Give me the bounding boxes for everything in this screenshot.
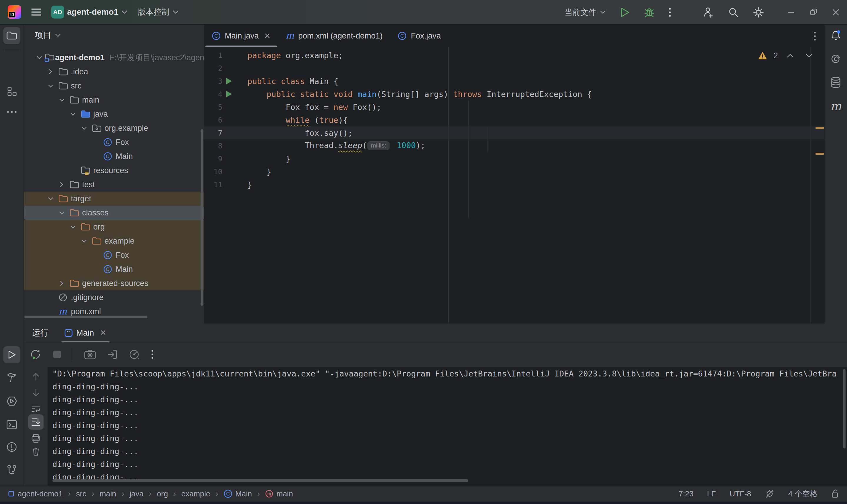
stop-button[interactable] [53,350,62,359]
services-toolwindow-button[interactable] [3,393,20,410]
tree-item-Main[interactable]: CMain [24,149,204,163]
down-stack-trace-button[interactable] [28,385,44,400]
line-number[interactable]: 10 [204,167,222,176]
run-tab-main[interactable]: Main ✕ [62,324,109,342]
tree-item-generated-sources[interactable]: generated-sources [24,276,204,290]
breadcrumb-item-src[interactable]: src [76,489,86,499]
breadcrumb-item-example[interactable]: example [181,489,210,499]
tree-item-Fox[interactable]: CFox [24,135,204,149]
chevron-down-icon[interactable] [47,192,58,206]
chevron-down-icon[interactable] [58,206,70,220]
chevron-down-icon[interactable] [80,234,92,248]
run-configuration-selector[interactable]: 当前文件 [557,0,613,24]
encoding-widget[interactable]: UTF-8 [730,489,751,499]
tree-vertical-scrollbar[interactable] [201,129,203,306]
breadcrumb-item-agent-demo1[interactable]: agent-demo1 [8,489,63,499]
line-ending-widget[interactable]: LF [707,489,716,499]
more-actions-button[interactable] [662,0,678,24]
chevron-down-icon[interactable] [36,51,45,65]
main-menu-button[interactable] [31,0,41,24]
editor-tab-Fox.java[interactable]: CFox.java [390,25,448,47]
indent-widget[interactable]: 4 个空格 [788,489,817,499]
run-toolwindow-button[interactable] [3,346,20,363]
up-stack-trace-button[interactable] [28,369,44,384]
ai-assistant-button[interactable] [827,51,845,68]
warning-stripe-mark[interactable] [815,127,824,129]
build-toolwindow-button[interactable] [3,369,20,386]
chevron-down-icon[interactable] [69,107,81,121]
notifications-button[interactable] [827,27,845,44]
project-panel-header[interactable]: 项目 [24,25,204,46]
line-number[interactable]: 3 [204,77,222,86]
tree-item-main[interactable]: main [24,93,204,107]
chevron-down-icon[interactable] [80,121,92,135]
line-number[interactable]: 2 [204,64,222,73]
chevron-right-icon[interactable] [47,65,58,79]
chevron-right-icon[interactable] [58,178,70,192]
tree-item-Main[interactable]: CMain [24,262,204,276]
tree-item-target[interactable]: target [24,192,204,206]
breadcrumb-item-main[interactable]: main [100,489,116,499]
more-toolwindows-button[interactable] [3,104,20,121]
prev-problem-chevron-icon[interactable] [787,53,794,58]
editor-tab-Main.java[interactable]: CMain.java✕ [204,25,278,47]
chevron-down-icon[interactable] [58,93,70,107]
line-number[interactable]: 9 [204,155,222,163]
breadcrumb-item-Main[interactable]: CMain [224,489,252,499]
line-number[interactable]: 8 [204,142,222,150]
version-control-toolwindow-button[interactable] [3,462,20,479]
inspections-widget[interactable]: 2 [758,51,813,60]
window-restore-button[interactable] [802,0,825,24]
tree-horizontal-scrollbar[interactable] [24,316,148,318]
tree-item-src[interactable]: src [24,79,204,93]
line-number[interactable]: 11 [204,180,222,189]
problems-toolwindow-button[interactable] [3,438,20,455]
console-output[interactable]: "D:\Program Files\scoop\apps\jdk11\curre… [48,367,847,485]
database-button[interactable] [827,74,845,91]
console-vertical-scrollbar[interactable] [843,369,846,448]
settings-button[interactable] [746,0,771,24]
run-line-icon[interactable] [222,77,244,85]
tree-item-example[interactable]: example [24,234,204,248]
scroll-to-end-button[interactable] [28,414,44,430]
editor-scrollbar-track[interactable] [811,47,811,324]
search-everywhere-button[interactable] [721,0,746,24]
close-icon[interactable]: ✕ [100,328,106,337]
rerun-button[interactable] [30,348,41,361]
caret-position-widget[interactable]: 7:23 [679,489,694,499]
run-button[interactable] [613,0,637,24]
project-widget[interactable]: AD agent-demo1 [51,5,128,19]
project-toolwindow-button[interactable] [3,27,20,44]
tree-item-org.example[interactable]: org.example [24,121,204,135]
tree-item-org[interactable]: org [24,220,204,234]
chevron-down-icon[interactable] [47,79,58,93]
tree-item-resources[interactable]: resources [24,163,204,178]
breadcrumb-item-java[interactable]: java [129,489,143,499]
breadcrumb-item-main[interactable]: mmain [265,489,293,499]
line-number[interactable]: 7 [204,129,222,137]
run-line-icon[interactable] [222,90,244,98]
line-number[interactable]: 4 [204,90,222,98]
tree-item-.idea[interactable]: .idea [24,65,204,79]
close-icon[interactable]: ✕ [264,32,271,40]
chevron-down-icon[interactable] [69,220,81,234]
line-number[interactable]: 6 [204,116,222,124]
warning-stripe-mark[interactable] [815,153,824,155]
tree-item-test[interactable]: test [24,178,204,192]
line-number[interactable]: 1 [204,51,222,60]
tree-item-classes[interactable]: classes [24,206,204,220]
tree-item-java[interactable]: java [24,107,204,121]
window-minimize-button[interactable] [780,0,802,24]
breadcrumb-item-org[interactable]: org [157,489,168,499]
tree-item-agent-demo1[interactable]: agent-demo1E:\开发项目\javasec2\agen [24,51,204,65]
structure-toolwindow-button[interactable] [3,83,20,100]
debug-button[interactable] [637,0,662,24]
unlock-icon[interactable] [831,489,839,499]
maven-toolwindow-button[interactable]: m [827,97,845,114]
highlighting-level-icon[interactable] [765,489,775,499]
tree-item-.gitignore[interactable]: .gitignore [24,290,204,304]
clear-console-button[interactable] [28,444,44,459]
code-editor[interactable]: 1package org.example;23public class Main… [204,47,824,324]
tree-item-Fox[interactable]: CFox [24,248,204,262]
tabbar-more-button[interactable] [814,31,816,41]
